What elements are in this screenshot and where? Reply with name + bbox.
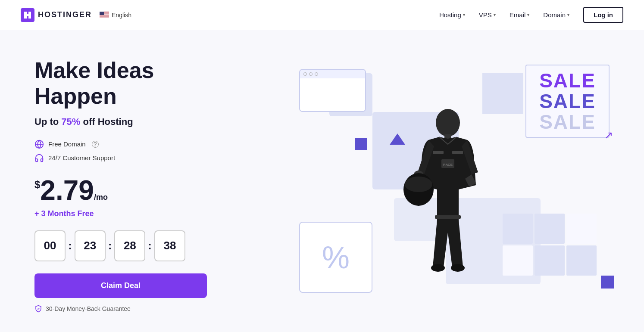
nav-right: Hosting ▾ VPS ▾ Email ▾ Domain ▾ Log in bbox=[439, 7, 623, 23]
svg-rect-7 bbox=[100, 17, 109, 18]
hero-section: Make Ideas Happen Up to 75% off Hosting … bbox=[0, 30, 644, 332]
sale-box: SALE SALE SALE ↗ bbox=[525, 65, 610, 138]
nav-hosting-label: Hosting bbox=[439, 11, 461, 19]
svg-point-18 bbox=[431, 264, 445, 272]
hero-title: Make Ideas Happen bbox=[34, 58, 241, 109]
logo[interactable]: HOSTINGER bbox=[21, 8, 92, 22]
countdown-sep-3: : bbox=[148, 239, 152, 252]
svg-point-17 bbox=[405, 177, 432, 192]
svg-rect-13 bbox=[433, 151, 444, 154]
grid-sq-5 bbox=[535, 245, 565, 276]
percent-box: % bbox=[299, 222, 372, 293]
grid-sq-2 bbox=[535, 214, 565, 244]
percent-symbol: % bbox=[322, 242, 350, 273]
brand-name: HOSTINGER bbox=[38, 10, 92, 19]
sale-line-2: SALE bbox=[539, 91, 596, 112]
headset-icon bbox=[34, 153, 44, 163]
navbar: HOSTINGER English Hosting ▾ VPS ▾ bbox=[0, 0, 644, 30]
nav-email-label: Email bbox=[510, 11, 526, 19]
chevron-down-icon: ▾ bbox=[527, 12, 529, 17]
svg-point-11 bbox=[436, 109, 460, 137]
nav-vps[interactable]: VPS ▾ bbox=[479, 11, 496, 19]
browser-dot-1 bbox=[303, 72, 307, 76]
price-mo: /mo bbox=[94, 193, 108, 202]
chevron-down-icon: ▾ bbox=[463, 12, 465, 17]
svg-rect-22 bbox=[435, 215, 461, 219]
feature-domain: Free Domain ? bbox=[34, 140, 241, 149]
flag-icon bbox=[100, 12, 109, 18]
sale-line-1: SALE bbox=[539, 70, 596, 91]
grid-squares bbox=[503, 214, 597, 276]
nav-left: HOSTINGER English bbox=[21, 8, 131, 22]
countdown-timer: 00 : 23 : 28 : 38 bbox=[34, 230, 241, 261]
chevron-down-icon: ▾ bbox=[494, 12, 496, 17]
guarantee-label: 30-Day Money-Back Guarantee bbox=[46, 305, 131, 312]
countdown-minutes: 23 bbox=[75, 230, 106, 261]
info-icon: ? bbox=[92, 141, 99, 148]
grid-sq-6 bbox=[566, 245, 597, 276]
language-label: English bbox=[112, 12, 131, 19]
svg-rect-14 bbox=[452, 151, 463, 154]
countdown-sep-1: : bbox=[68, 239, 72, 252]
nav-vps-label: VPS bbox=[479, 11, 492, 19]
hero-illustration: % SALE SALE SALE ↗ bbox=[286, 60, 610, 310]
browser-bar bbox=[300, 70, 365, 78]
sale-text: SALE SALE SALE bbox=[539, 70, 596, 133]
logo-icon bbox=[21, 8, 34, 22]
sale-line-3: SALE bbox=[539, 112, 596, 132]
claim-deal-button[interactable]: Claim Deal bbox=[34, 273, 207, 298]
price-block: $2.79/mo bbox=[34, 177, 241, 204]
subtitle-highlight: 75% bbox=[61, 116, 80, 127]
features-list: Free Domain ? 24/7 Customer Support bbox=[34, 140, 241, 163]
browser-dot-2 bbox=[309, 72, 313, 76]
grid-sq-1 bbox=[503, 214, 533, 244]
svg-rect-5 bbox=[100, 15, 109, 16]
svg-point-19 bbox=[451, 264, 465, 272]
browser-dot-3 bbox=[315, 72, 318, 76]
grid-sq-3 bbox=[566, 214, 597, 244]
months-free: + 3 Months Free bbox=[34, 209, 241, 218]
browser-mockup bbox=[299, 69, 366, 112]
shield-icon bbox=[34, 305, 42, 313]
deco-square-3 bbox=[601, 276, 614, 289]
countdown-sep-2: : bbox=[108, 239, 112, 252]
login-button[interactable]: Log in bbox=[583, 7, 623, 23]
feature-domain-label: Free Domain bbox=[48, 140, 86, 148]
svg-text:RACE: RACE bbox=[443, 163, 453, 167]
svg-rect-8 bbox=[100, 12, 104, 15]
hero-subtitle: Up to 75% off Hosting bbox=[34, 116, 241, 127]
subtitle-suffix: off Hosting bbox=[80, 116, 133, 127]
hero-content: Make Ideas Happen Up to 75% off Hosting … bbox=[34, 58, 241, 313]
browser-body bbox=[300, 78, 365, 111]
nav-email[interactable]: Email ▾ bbox=[510, 11, 530, 19]
deco-square-1 bbox=[355, 138, 367, 150]
nav-domain[interactable]: Domain ▾ bbox=[543, 11, 569, 19]
grid-sq-4 bbox=[503, 245, 533, 276]
subtitle-prefix: Up to bbox=[34, 116, 61, 127]
globe-icon bbox=[34, 140, 44, 149]
feature-support-label: 24/7 Customer Support bbox=[48, 154, 115, 161]
countdown-frames: 38 bbox=[154, 230, 185, 261]
guarantee-text: 30-Day Money-Back Guarantee bbox=[34, 305, 241, 313]
countdown-hours: 00 bbox=[34, 230, 66, 261]
feature-support: 24/7 Customer Support bbox=[34, 153, 241, 163]
price-main: 2.79 bbox=[40, 175, 94, 206]
cursor-icon: ↗ bbox=[604, 129, 613, 141]
chevron-down-icon: ▾ bbox=[567, 12, 569, 17]
countdown-seconds: 28 bbox=[114, 230, 145, 261]
nav-domain-label: Domain bbox=[543, 11, 566, 19]
person-svg: RACE bbox=[400, 99, 495, 310]
person-figure: RACE bbox=[392, 95, 504, 310]
language-selector[interactable]: English bbox=[100, 12, 131, 19]
nav-hosting[interactable]: Hosting ▾ bbox=[439, 11, 465, 19]
price-dollar: $ bbox=[34, 179, 40, 190]
svg-rect-6 bbox=[100, 16, 109, 16]
